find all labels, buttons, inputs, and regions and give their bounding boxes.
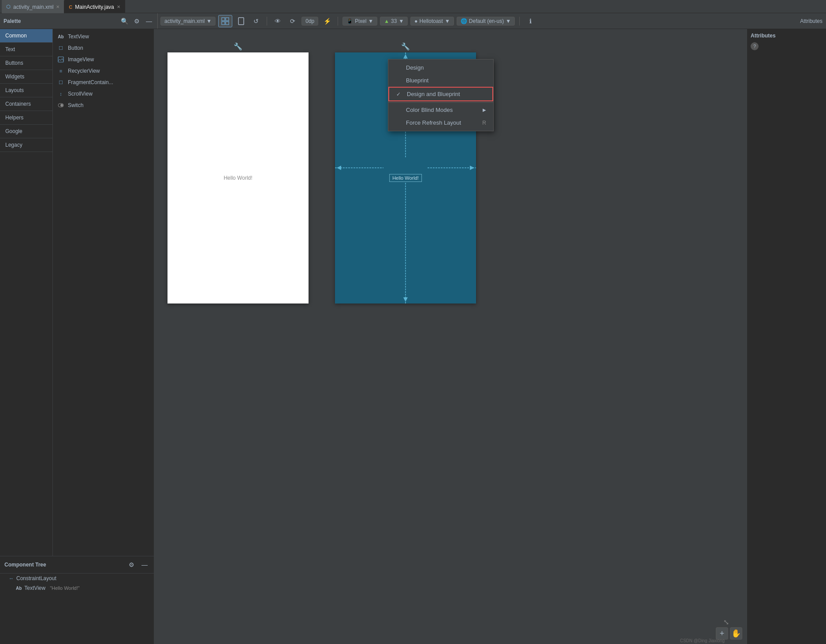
force-refresh-shortcut: R bbox=[482, 120, 486, 126]
info-btn[interactable]: ℹ bbox=[524, 15, 536, 27]
menu-item-design-label: Design bbox=[406, 64, 424, 71]
view-mode-btn[interactable] bbox=[218, 15, 232, 27]
file-selector-label: activity_main.xml bbox=[164, 18, 205, 24]
category-containers[interactable]: Containers bbox=[0, 97, 52, 111]
padding-label: 0dp bbox=[305, 18, 314, 24]
palette-item-scrollview[interactable]: ↕ ScrollView bbox=[53, 88, 154, 100]
category-legacy[interactable]: Legacy bbox=[0, 138, 52, 152]
component-tree-collapse-btn[interactable]: — bbox=[140, 560, 149, 570]
menu-item-design-blueprint-label: Design and Blueprint bbox=[407, 91, 460, 97]
palette-item-scrollview-label: ScrollView bbox=[68, 91, 93, 97]
dropdown-menu: Design Blueprint ✓ Design and Blueprint … bbox=[388, 59, 494, 131]
tab-label-mainactivity: MainActivity.java bbox=[75, 4, 114, 10]
category-buttons[interactable]: Buttons bbox=[0, 56, 52, 70]
palette-item-textview[interactable]: Ab TextView bbox=[53, 31, 154, 42]
svg-rect-1 bbox=[226, 18, 229, 21]
tab-mainactivity-java[interactable]: C MainActivity.java ✕ bbox=[64, 0, 125, 13]
main-layout: Palette 🔍 ⚙ — activity_main.xml ▼ bbox=[0, 13, 826, 644]
zoom-btn[interactable]: ✋ bbox=[730, 627, 742, 640]
design-canvas-wrench: 🔧 bbox=[234, 42, 242, 51]
category-layouts[interactable]: Layouts bbox=[0, 84, 52, 97]
tree-item-constraintlayout[interactable]: ↔ ConstraintLayout bbox=[0, 574, 154, 583]
attributes-help-btn[interactable]: ? bbox=[751, 42, 759, 50]
padding-btn[interactable]: 0dp bbox=[301, 17, 318, 26]
category-google[interactable]: Google bbox=[0, 125, 52, 138]
error-btn[interactable]: ⚡ bbox=[321, 15, 333, 27]
component-tree-settings-btn[interactable]: ⚙ bbox=[127, 560, 136, 570]
tree-item-textview-label: TextView bbox=[24, 585, 45, 591]
api-selector[interactable]: ▲ 33 ▼ bbox=[380, 17, 408, 26]
palette-item-imageview-label: ImageView bbox=[68, 56, 94, 63]
app-icon: ● bbox=[414, 18, 417, 24]
svg-marker-10 bbox=[337, 166, 341, 170]
textview-icon: Ab bbox=[57, 33, 64, 40]
menu-item-color-blind[interactable]: Color Blind Modes ▶ bbox=[388, 104, 493, 116]
visibility-btn[interactable]: 👁 bbox=[272, 15, 284, 27]
palette-item-switch[interactable]: Switch bbox=[53, 100, 154, 111]
menu-item-color-blind-label: Color Blind Modes bbox=[406, 107, 453, 113]
switch-icon bbox=[57, 102, 64, 109]
palette-settings-btn[interactable]: ⚙ bbox=[132, 16, 141, 26]
refresh2-btn[interactable]: ⟳ bbox=[286, 15, 299, 27]
api-label: 33 bbox=[391, 18, 397, 24]
tree-item-textview-value: "Hello World!" bbox=[50, 585, 80, 591]
orientation-btn[interactable] bbox=[235, 15, 247, 27]
palette-item-switch-label: Switch bbox=[68, 102, 83, 108]
device-selector[interactable]: 📱 Pixel ▼ bbox=[342, 17, 377, 26]
palette-item-imageview[interactable]: ImageView bbox=[53, 54, 154, 65]
category-helpers[interactable]: Helpers bbox=[0, 111, 52, 125]
palette-item-button[interactable]: ☐ Button bbox=[53, 42, 154, 54]
attributes-panel: Attributes ? bbox=[747, 29, 826, 644]
api-android-icon: ▲ bbox=[384, 18, 389, 24]
toolbar-separator-2 bbox=[338, 17, 338, 26]
svg-rect-3 bbox=[226, 22, 229, 25]
scrollview-icon: ↕ bbox=[57, 90, 64, 97]
palette-toolbar: Palette 🔍 ⚙ — bbox=[4, 13, 158, 29]
category-common[interactable]: Common bbox=[0, 29, 52, 43]
palette-search-btn[interactable]: 🔍 bbox=[119, 16, 129, 26]
menu-item-blueprint[interactable]: Blueprint bbox=[388, 74, 493, 87]
close-tab-java[interactable]: ✕ bbox=[117, 4, 120, 9]
locale-selector[interactable]: 🌐 Default (en-us) ▼ bbox=[457, 17, 515, 26]
constraintlayout-icon: ↔ bbox=[9, 576, 14, 581]
zoom-plus-btn[interactable]: + bbox=[716, 627, 728, 640]
device-arrow: ▼ bbox=[368, 18, 373, 24]
category-text[interactable]: Text bbox=[0, 43, 52, 56]
refresh-btn[interactable]: ↺ bbox=[250, 15, 262, 27]
menu-item-design[interactable]: Design bbox=[388, 61, 493, 74]
menu-divider-1 bbox=[388, 102, 493, 103]
design-canvas-wrapper: 🔧 Hello World! bbox=[167, 42, 309, 303]
menu-item-design-blueprint[interactable]: ✓ Design and Blueprint bbox=[388, 87, 493, 101]
app-label: Hellotoast bbox=[420, 18, 443, 24]
category-widgets[interactable]: Widgets bbox=[0, 70, 52, 84]
palette-item-fragmentcontainer[interactable]: ☐ FragmentContain... bbox=[53, 77, 154, 88]
design-toolbar-center: activity_main.xml ▼ ↺ 👁 bbox=[160, 15, 822, 27]
palette-label: Palette bbox=[4, 18, 59, 24]
component-tree-header: Component Tree ⚙ — bbox=[0, 556, 154, 574]
tab-activity-main-xml[interactable]: ⬡ activity_main.xml ✕ bbox=[2, 0, 64, 13]
locale-arrow: ▼ bbox=[506, 18, 511, 24]
resize-handle[interactable]: ⤡ bbox=[723, 618, 729, 626]
menu-item-blueprint-label: Blueprint bbox=[406, 77, 428, 84]
palette-collapse-btn[interactable]: — bbox=[144, 16, 154, 26]
design-canvas[interactable]: Hello World! bbox=[167, 52, 309, 303]
palette-content: Common Text Buttons Widgets Layouts Cont… bbox=[0, 29, 154, 556]
attributes-label: Attributes bbox=[800, 18, 822, 24]
menu-item-force-refresh[interactable]: Force Refresh Layout R bbox=[388, 116, 493, 129]
close-tab-xml[interactable]: ✕ bbox=[56, 4, 60, 9]
textview-tree-icon: Ab bbox=[16, 586, 22, 591]
attributes-panel-title: Attributes bbox=[751, 33, 822, 39]
svg-point-7 bbox=[60, 104, 63, 107]
app-selector[interactable]: ● Hellotoast ▼ bbox=[410, 17, 454, 26]
button-icon: ☐ bbox=[57, 44, 64, 52]
svg-marker-11 bbox=[470, 166, 474, 170]
tree-item-textview[interactable]: Ab TextView "Hello World!" bbox=[0, 583, 154, 593]
watermark: CSDN @Ding Jiaxiong bbox=[680, 638, 725, 643]
palette-item-recyclerview[interactable]: ≡ RecyclerView bbox=[53, 65, 154, 77]
tree-item-constraintlayout-label: ConstraintLayout bbox=[16, 575, 56, 581]
device-label: Pixel bbox=[355, 18, 366, 24]
toolbar-separator-1 bbox=[267, 17, 267, 26]
file-selector[interactable]: activity_main.xml ▼ bbox=[160, 17, 216, 26]
main-toolbar: Palette 🔍 ⚙ — activity_main.xml ▼ bbox=[0, 13, 826, 29]
tab-bar: ⬡ activity_main.xml ✕ C MainActivity.jav… bbox=[0, 0, 826, 13]
